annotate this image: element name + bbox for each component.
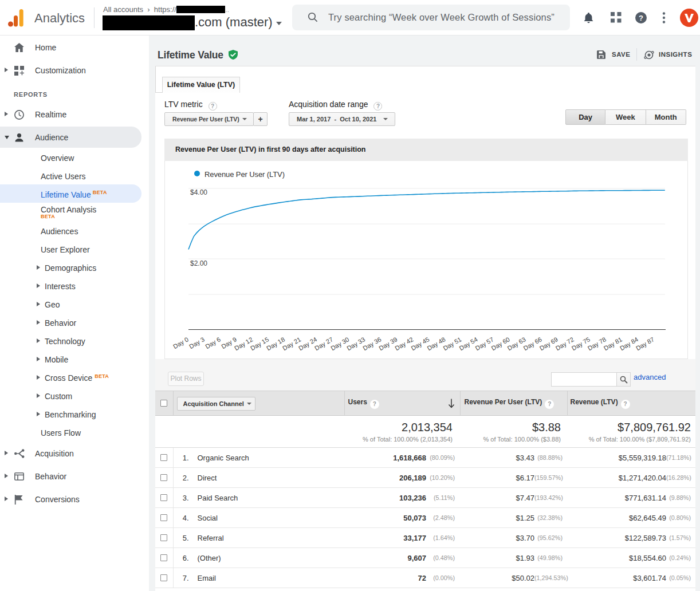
svg-text:Day 87: Day 87 — [635, 336, 655, 352]
svg-text:$4.00: $4.00 — [190, 188, 207, 196]
svg-text:?: ? — [639, 14, 643, 22]
svg-text:$2.00: $2.00 — [190, 259, 207, 267]
svg-text:Revenue Per User (LTV): Revenue Per User (LTV) — [205, 170, 285, 179]
svg-text:Day 6: Day 6 — [204, 336, 222, 350]
svg-text:Day 0: Day 0 — [172, 336, 190, 350]
svg-text:Day 3: Day 3 — [188, 336, 206, 350]
